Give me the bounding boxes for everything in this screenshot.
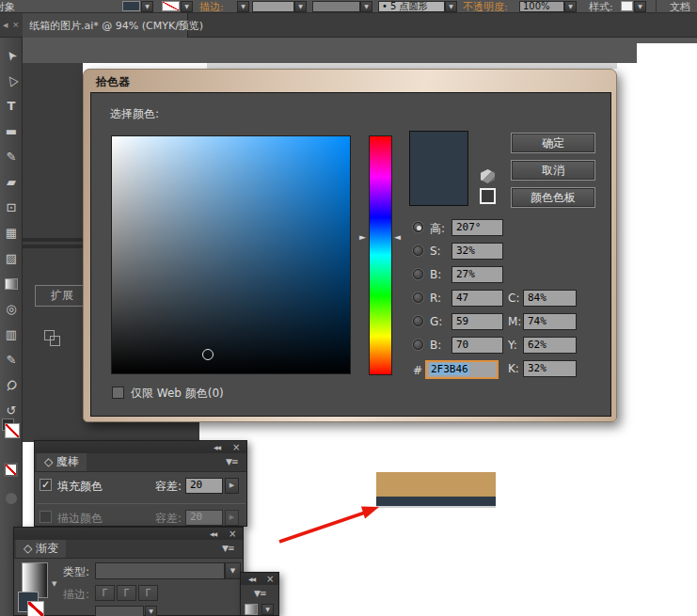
hue-slider-right-arrow[interactable]: ◄: [394, 233, 401, 242]
stroke-color-dropdown[interactable]: ▼: [181, 1, 193, 12]
gradient-type-dropdown[interactable]: ▼: [225, 562, 241, 579]
stroke-weight-stepper[interactable]: ▼: [237, 1, 249, 12]
hex-selected-text: 2F3B46: [430, 363, 469, 375]
blue-radio[interactable]: [413, 340, 423, 350]
document-setup-label[interactable]: 文档: [670, 1, 694, 13]
color-swatch-icon[interactable]: [480, 188, 496, 204]
hue-slider-left-arrow[interactable]: ►: [359, 233, 366, 242]
close-panel-icon[interactable]: ×: [232, 442, 240, 452]
hex-field[interactable]: 2F3B46: [425, 360, 499, 379]
saturation-brightness-field[interactable]: [111, 135, 351, 374]
fill-color-dropdown[interactable]: ▼: [141, 1, 153, 12]
collapse-panel-icon[interactable]: ◀◀: [248, 576, 255, 582]
brush-definition-dropdown[interactable]: ▼: [445, 1, 457, 12]
gradient-stroke-swatch[interactable]: [27, 601, 44, 616]
rectangle-tool[interactable]: ▬: [0, 121, 23, 142]
collapse-panel-icon[interactable]: ◀◀: [214, 444, 220, 450]
stroke-color-checkbox[interactable]: [40, 511, 52, 523]
stroke-weight-dropdown[interactable]: ▼: [294, 1, 307, 12]
tab-bar-close-icon[interactable]: ×: [12, 21, 20, 29]
mini-swatch[interactable]: [245, 604, 258, 615]
stroke-weight-field[interactable]: [252, 1, 294, 12]
brush-definition-field[interactable]: • 5 点圆形: [378, 1, 445, 12]
control-bar: 对象 ▼ ▼ 描边: ▼ ▼ ▼ • 5 点圆形 ▼ 不透明度: 100% ▼ …: [0, 0, 697, 13]
web-color-cube-icon[interactable]: [481, 169, 495, 183]
gradient-tool-icon: [5, 278, 18, 290]
gradient-angle-field[interactable]: [95, 606, 144, 616]
none-swatch[interactable]: [4, 463, 18, 477]
color-field-marker[interactable]: [202, 349, 214, 360]
tab-scroll-left-icon[interactable]: ◀: [3, 22, 8, 30]
hue-slider[interactable]: [369, 135, 392, 375]
green-radio[interactable]: [413, 316, 423, 326]
eraser-tool[interactable]: ▰: [0, 172, 23, 193]
blend-tool[interactable]: ◎: [0, 299, 23, 320]
stroke-tolerance-field: 20: [185, 510, 223, 526]
yellow-field[interactable]: 62%: [523, 337, 577, 354]
artwork-carton-body[interactable]: [376, 472, 496, 497]
close-panel-icon[interactable]: ×: [266, 574, 274, 584]
saturation-radio[interactable]: [413, 245, 423, 256]
gradient-type-select[interactable]: [95, 562, 225, 579]
color-mode-icon[interactable]: [6, 493, 17, 504]
paintbrush-tool[interactable]: ✎: [0, 350, 23, 371]
ok-button[interactable]: 确定: [511, 133, 595, 153]
saturation-field[interactable]: 32%: [451, 243, 503, 260]
gradient-tab[interactable]: ◇ 渐变: [16, 540, 66, 558]
brightness-radio[interactable]: [413, 269, 423, 279]
hue-radio[interactable]: [413, 222, 423, 232]
type-tool[interactable]: T: [0, 96, 23, 117]
fill-tolerance-field[interactable]: 20: [185, 478, 223, 494]
free-transform-tool[interactable]: ▦: [0, 223, 23, 244]
hue-field[interactable]: 207°: [451, 219, 503, 236]
scale-tool[interactable]: ⊡: [0, 197, 23, 218]
red-field[interactable]: 47: [451, 290, 503, 307]
web-colors-only-checkbox[interactable]: [112, 387, 124, 399]
collapse-panel-icon[interactable]: ◀◀: [210, 530, 216, 537]
panel-menu-icon[interactable]: ▼≡: [254, 589, 265, 598]
direct-selection-tool[interactable]: ▷: [0, 71, 23, 91]
red-radio[interactable]: [413, 292, 423, 303]
selection-tool[interactable]: ➤: [0, 45, 23, 66]
opacity-field[interactable]: 100%: [519, 1, 564, 12]
magic-wand-panel: ◀◀ × ◇ 魔棒 ▼≡ ✓ 填充颜色 容差: 20 ▶ 描边颜色 容差: 20…: [34, 440, 247, 527]
variable-width-dropdown[interactable]: ▼: [360, 1, 372, 12]
cyan-field[interactable]: 84%: [523, 290, 577, 307]
style-dropdown[interactable]: ▼: [634, 1, 646, 12]
green-field[interactable]: 59: [451, 313, 503, 330]
fill-tolerance-spinner[interactable]: ▶: [225, 478, 239, 494]
mini-dropdown[interactable]: ▼: [261, 604, 274, 615]
fill-indicator[interactable]: [5, 423, 20, 438]
cancel-button[interactable]: 取消: [511, 160, 595, 181]
style-swatch[interactable]: [621, 1, 633, 11]
variable-width-field[interactable]: [312, 1, 360, 12]
pencil-tool[interactable]: ✎: [0, 147, 23, 167]
stroke-color-swatch[interactable]: [162, 1, 180, 11]
gradient-tool[interactable]: [0, 274, 23, 294]
column-graph-tool[interactable]: ▥: [0, 324, 23, 345]
magenta-field[interactable]: 74%: [523, 313, 577, 330]
black-field[interactable]: 32%: [523, 360, 577, 377]
brightness-field[interactable]: 27%: [451, 266, 503, 283]
opacity-dropdown[interactable]: ▼: [564, 1, 577, 12]
fill-color-checkbox[interactable]: ✓: [40, 479, 52, 491]
panel-menu-icon[interactable]: ▼≡: [222, 544, 233, 553]
fill-color-swatch[interactable]: [122, 1, 140, 11]
color-swatches-button[interactable]: 颜色色板: [511, 187, 595, 208]
expand-button[interactable]: 扩展: [35, 285, 89, 307]
magic-wand-tab[interactable]: ◇ 魔棒: [37, 453, 87, 471]
document-tab[interactable]: 纸箱的图片.ai* @ 94% (CMYK/预览) ×: [23, 13, 188, 38]
gradient-thumbnail-dropdown[interactable]: ▼: [52, 580, 56, 588]
gradient-angle-dropdown[interactable]: ▼: [145, 606, 157, 616]
close-panel-icon[interactable]: ×: [229, 529, 236, 539]
opacity-label[interactable]: 不透明度:: [463, 1, 508, 14]
panel-menu-icon[interactable]: ▼≡: [226, 457, 237, 466]
zoom-tool[interactable]: Ϙ: [0, 375, 23, 396]
artwork-dark-stripe[interactable]: [376, 497, 496, 506]
tab-close-icon[interactable]: ×: [175, 21, 182, 29]
perspective-grid-tool[interactable]: ▨: [0, 248, 23, 269]
stroke-weight-label[interactable]: 描边:: [199, 1, 224, 14]
cyan-label: C:: [508, 292, 519, 305]
blue-label: B:: [430, 339, 441, 352]
blue-field[interactable]: 70: [451, 337, 503, 354]
